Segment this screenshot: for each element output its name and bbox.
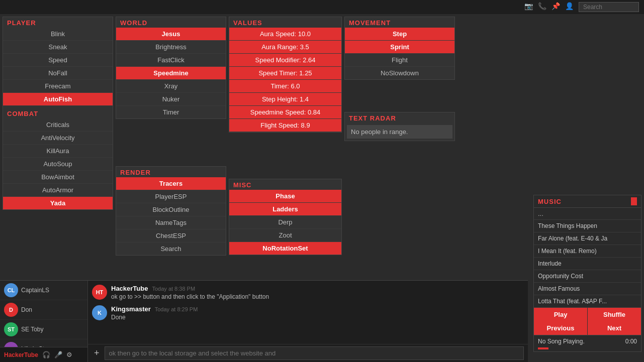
misc-zoot[interactable]: Zoot [229,229,341,242]
previous-button[interactable]: Previous [534,321,588,335]
combat-antivelocity[interactable]: AntiVelocity [3,132,113,145]
text-radar-title: TEXT RADAR [345,112,454,123]
chat-messages: HT HackerTube Today at 8:38 PM ok go to … [88,281,528,344]
chat-main: HT HackerTube Today at 8:38 PM ok go to … [88,281,528,362]
render-blockoutline[interactable]: BlockOutline [116,203,226,216]
settings-icon[interactable]: ⚙ [66,351,72,358]
misc-derp[interactable]: Derp [229,216,341,229]
chat-user-captainls[interactable]: CL CaptainLS [0,281,87,300]
world-fastclick[interactable]: FastClick [116,54,226,67]
misc-ladders[interactable]: Ladders [229,203,341,216]
username-setoby: SE Toby [21,326,43,333]
phone-icon[interactable]: 📞 [538,2,546,12]
chat-plus-button[interactable]: + [92,348,102,358]
movement-panel: MOVEMENT Step Sprint Flight NoSlowdown [344,17,455,80]
movement-sprint[interactable]: Sprint [345,41,454,54]
world-nuker[interactable]: Nuker [116,93,226,106]
render-nametags[interactable]: NameTags [116,216,226,229]
value-speed-timer[interactable]: Speed Timer: 1.25 [229,67,341,80]
world-timer[interactable]: Timer [116,106,226,118]
camera-icon[interactable]: 📷 [524,2,533,12]
movement-flight[interactable]: Flight [345,54,454,67]
value-aura-speed[interactable]: Aura Speed: 10.0 [229,28,341,41]
main-area: PLAYER Blink Sneak Speed NoFall Freecam … [0,14,644,362]
msg-text-hackertube: ok go to >> button and then click to the… [111,293,524,300]
player-autofish[interactable]: AutoFish [3,93,113,106]
combat-panel-title: COMBAT [3,108,113,118]
pin-icon[interactable]: 📌 [551,2,560,12]
music-panel-title: MUSIC [534,195,641,208]
music-song-1[interactable]: Far Alone (feat. E-40 & Ja [534,232,641,245]
misc-norotationset[interactable]: NoRotationSet [229,242,341,255]
music-dots: ... [534,208,641,220]
chat-user-don[interactable]: D Don [0,300,87,320]
combat-killaura[interactable]: KillAura [3,145,113,158]
combat-autoarmor[interactable]: AutoArmor [3,184,113,197]
chat-user-setoby[interactable]: ST SE Toby [0,320,87,339]
misc-panel: MISC Phase Ladders Derp Zoot NoRotationS… [229,179,342,255]
combat-criticals[interactable]: Criticals [3,118,113,132]
mic-icon[interactable]: 🎤 [54,351,62,358]
headphone-icon[interactable]: 🎧 [42,351,50,358]
value-speedmine-speed[interactable]: Speedmine Speed: 0.84 [229,106,341,119]
combat-yada[interactable]: Yada [3,197,113,209]
world-xray[interactable]: Xray [116,80,226,93]
music-song-2[interactable]: I Mean It (feat. Remo) [534,245,641,258]
render-playeresp[interactable]: PlayerESP [116,190,226,203]
value-timer[interactable]: Timer: 6.0 [229,80,341,93]
music-song-5[interactable]: Almost Famous [534,283,641,295]
player-blink[interactable]: Blink [3,28,113,41]
username-captainls: CaptainLS [21,287,49,294]
value-step-height[interactable]: Step Height: 1.4 [229,93,341,106]
render-tracers[interactable]: Tracers [116,177,226,190]
music-song-3[interactable]: Interlude [534,258,641,270]
music-status: No Song Playing. 0:00 [534,335,641,347]
chat-bottom-username: HackerTube [4,351,38,358]
combat-bowaimbot[interactable]: BowAimbot [3,171,113,184]
msg-content-hackertube: HackerTube Today at 8:38 PM ok go to >> … [111,285,524,300]
player-nofall[interactable]: NoFall [3,67,113,80]
player-freecam[interactable]: Freecam [3,80,113,93]
values-panel-title: VALUES [229,17,341,28]
render-panel: RENDER Tracers PlayerESP BlockOutline Na… [116,166,226,256]
music-song-4[interactable]: Opportunity Cost [534,270,641,283]
render-chestesp[interactable]: ChestESP [116,229,226,243]
music-nav: Previous Next [534,321,641,335]
msg-header-hackertube: HackerTube Today at 8:38 PM [111,285,524,292]
movement-step[interactable]: Step [345,28,454,41]
world-brightness[interactable]: Brightness [116,41,226,54]
chat-message-hackertube: HT HackerTube Today at 8:38 PM ok go to … [92,285,524,300]
text-radar-panel: TEXT RADAR No people in range. [344,112,455,141]
msg-avatar-kingsmaster: K [92,305,107,320]
combat-autosoup[interactable]: AutoSoup [3,158,113,171]
player-sneak[interactable]: Sneak [3,41,113,54]
render-search[interactable]: Search [116,243,226,255]
world-jesus[interactable]: Jesus [116,28,226,41]
value-aura-range[interactable]: Aura Range: 3.5 [229,41,341,54]
username-don: Don [21,306,32,313]
msg-content-kingsmaster: Kingsmaster Today at 8:29 PM Done [111,305,524,321]
avatar-setoby: ST [4,322,18,336]
value-speed-modifier[interactable]: Speed Modifier: 2.64 [229,54,341,67]
movement-noslowdown[interactable]: NoSlowdown [345,67,454,79]
person-icon[interactable]: 👤 [565,2,574,12]
music-song-6[interactable]: Lotta That (feat. A$AP F... [534,295,641,308]
msg-time-hackertube: Today at 8:38 PM [152,286,195,292]
music-status-text: No Song Playing. [538,338,585,345]
search-input[interactable] [579,2,639,12]
avatar-don: D [4,303,18,317]
chat-input-area: + [88,344,528,362]
next-button[interactable]: Next [588,321,641,335]
misc-phase[interactable]: Phase [229,190,341,203]
music-controls: Play Shuffle [534,308,641,321]
chat-input[interactable] [105,346,524,360]
world-speedmine[interactable]: Speedmine [116,67,226,80]
shuffle-button[interactable]: Shuffle [588,308,641,321]
top-bar-icons: 📷 📞 📌 👤 [524,2,639,12]
music-song-0[interactable]: These Things Happen [534,220,641,232]
player-panel-title: PLAYER [3,17,113,28]
play-button[interactable]: Play [534,308,588,321]
player-speed[interactable]: Speed [3,54,113,67]
msg-avatar-hackertube: HT [92,285,107,300]
value-flight-speed[interactable]: Flight Speed: 8.9 [229,119,341,132]
